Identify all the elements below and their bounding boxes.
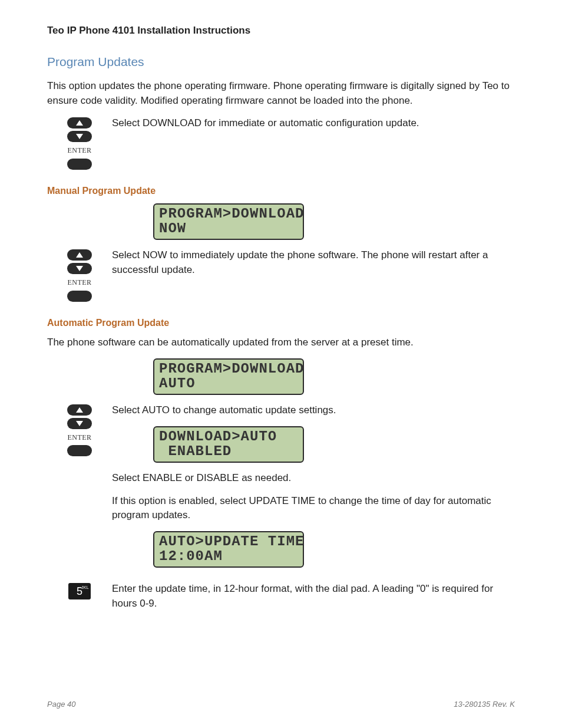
section-title: Program Updates (47, 53, 515, 71)
enter-button-icon (67, 159, 92, 170)
document-title: Teo IP Phone 4101 Installation Instructi… (47, 24, 515, 38)
intro-paragraph: This option updates the phone operating … (47, 79, 515, 108)
step-text: If this option is enabled, select UPDATE… (112, 494, 515, 523)
enter-label: ENTER (67, 146, 91, 156)
step-text: Select AUTO to change automatic update s… (112, 403, 515, 418)
step-text: Select NOW to immediately update the pho… (112, 248, 515, 277)
down-button-icon (67, 418, 92, 429)
enter-button-icon (67, 291, 92, 302)
nav-enter-buttons: ENTER (47, 403, 112, 456)
down-button-icon (67, 263, 92, 274)
key-5-icon: 5 JKL (68, 583, 91, 599)
keypad-key-5: 5 JKL (47, 582, 112, 599)
auto-intro: The phone software can be automatically … (47, 335, 515, 350)
revision-number: 13-280135 Rev. K (454, 699, 515, 710)
up-button-icon (67, 249, 92, 261)
step-text: Enter the update time, in 12-hour format… (112, 582, 515, 611)
lcd-display: AUTO>UPDATE TIME 12:00AM (153, 531, 304, 568)
enter-label: ENTER (67, 278, 91, 288)
up-button-icon (67, 404, 92, 416)
automatic-update-title: Automatic Program Update (47, 316, 515, 330)
lcd-display: PROGRAM>DOWNLOAD NOW (153, 203, 304, 240)
up-button-icon (67, 117, 92, 129)
enter-label: ENTER (67, 433, 91, 443)
nav-enter-buttons: ENTER (47, 248, 112, 301)
down-button-icon (67, 131, 92, 142)
step-text: Select DOWNLOAD for immediate or automat… (112, 116, 515, 131)
step-text: Select ENABLE or DISABLE as needed. (112, 471, 515, 486)
manual-update-title: Manual Program Update (47, 184, 515, 197)
nav-enter-buttons: ENTER (47, 116, 112, 169)
lcd-display: PROGRAM>DOWNLOAD AUTO (153, 358, 304, 395)
enter-button-icon (67, 445, 92, 456)
page-number: Page 40 (47, 699, 75, 710)
key-letters: JKL (81, 585, 89, 591)
lcd-display: DOWNLOAD>AUTO ENABLED (153, 426, 304, 463)
